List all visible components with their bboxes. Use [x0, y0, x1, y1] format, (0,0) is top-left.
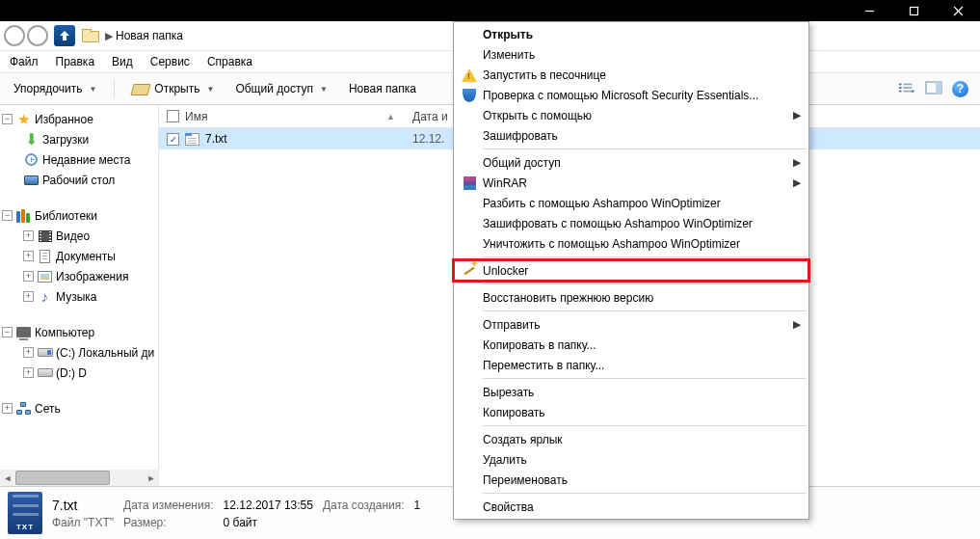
desktop-icon — [23, 173, 40, 187]
tree-video[interactable]: + Видео — [0, 226, 158, 246]
dropdown-arrow-icon: ▼ — [206, 85, 214, 94]
ctx-winrar[interactable]: WinRAR▶ — [454, 173, 808, 193]
tree-label: Компьютер — [35, 326, 94, 339]
help-button[interactable]: ? — [952, 81, 968, 97]
ctx-ashampoo-split[interactable]: Разбить с помощью Ashampoo WinOptimizer — [454, 193, 808, 213]
ctx-mse-scan[interactable]: Проверка с помощью Microsoft Security Es… — [454, 85, 808, 105]
star-icon: ★ — [15, 112, 32, 126]
select-all-checkbox[interactable] — [167, 110, 179, 122]
computer-icon — [15, 325, 32, 339]
svg-rect-5 — [899, 87, 902, 89]
scroll-left-icon[interactable]: ◄ — [0, 473, 15, 483]
ctx-sandbox[interactable]: Запустить в песочнице — [454, 65, 808, 85]
ctx-ashampoo-shred[interactable]: Уничтожить с помощью Ashampoo WinOptimiz… — [454, 233, 808, 254]
ctx-send-to[interactable]: Отправить▶ — [454, 314, 808, 335]
tree-desktop[interactable]: Рабочий стол — [0, 170, 158, 190]
expand-icon[interactable]: + — [2, 403, 13, 414]
menu-service[interactable]: Сервис — [150, 55, 190, 68]
ctx-separator — [483, 256, 807, 257]
ctx-open-with[interactable]: Открыть с помощью▶ — [454, 105, 808, 125]
svg-rect-4 — [899, 83, 902, 85]
breadcrumb-location[interactable]: Новая папка — [116, 29, 183, 42]
tree-downloads[interactable]: ⬇ Загрузки — [0, 129, 158, 149]
svg-rect-7 — [903, 83, 912, 85]
scroll-thumb[interactable] — [15, 471, 110, 485]
ctx-rename[interactable]: Переименовать — [454, 470, 808, 490]
network-icon — [15, 401, 32, 416]
organize-button[interactable]: Упорядочить ▼ — [6, 80, 104, 97]
document-icon — [37, 249, 53, 263]
menu-file[interactable]: Файл — [10, 55, 39, 68]
ctx-open[interactable]: Открыть — [454, 24, 808, 44]
expand-icon[interactable]: + — [23, 251, 34, 261]
ctx-cut[interactable]: Вырезать — [454, 382, 808, 402]
view-options-button[interactable] — [898, 81, 915, 97]
download-icon: ⬇ — [23, 132, 40, 147]
collapse-icon[interactable]: − — [2, 114, 13, 124]
open-button[interactable]: Открыть ▼ — [124, 80, 222, 97]
ctx-unlocker[interactable]: Unlocker — [454, 260, 808, 281]
minimize-button[interactable] — [847, 0, 891, 21]
ctx-shortcut[interactable]: Создать ярлык — [454, 429, 808, 449]
file-type-icon: TXT — [8, 492, 42, 534]
close-button[interactable] — [936, 0, 980, 21]
ctx-move-to[interactable]: Переместить в папку... — [454, 355, 808, 375]
svg-rect-1 — [910, 7, 917, 14]
details-mod-value: 12.12.2017 13:55 — [224, 499, 313, 512]
library-icon — [15, 208, 32, 223]
ctx-sharing[interactable]: Общий доступ▶ — [454, 152, 808, 173]
tree-label: Библиотеки — [35, 209, 97, 223]
tree-network[interactable]: + Сеть — [0, 398, 158, 418]
collapse-icon[interactable]: − — [2, 327, 13, 337]
ctx-delete[interactable]: Удалить — [454, 449, 808, 470]
menu-view[interactable]: Вид — [112, 55, 133, 68]
tree-libraries[interactable]: − Библиотеки — [0, 205, 158, 226]
window-titlebar — [0, 0, 980, 21]
tree-music[interactable]: + ♪ Музыка — [0, 286, 158, 307]
collapse-icon[interactable]: − — [2, 210, 13, 221]
clock-icon — [23, 152, 40, 167]
tree-drive-c[interactable]: + (C:) Локальный ди — [0, 342, 158, 363]
file-date: 12.12. — [412, 132, 444, 146]
tree-recent[interactable]: Недавние места — [0, 149, 158, 170]
tree-pictures[interactable]: + Изображения — [0, 266, 158, 286]
nav-forward-button[interactable] — [27, 25, 48, 46]
tree-documents[interactable]: + Документы — [0, 246, 158, 266]
ctx-edit[interactable]: Изменить — [454, 44, 808, 65]
ctx-ashampoo-encrypt[interactable]: Зашифровать с помощью Ashampoo WinOptimi… — [454, 213, 808, 233]
ctx-copy-to[interactable]: Копировать в папку... — [454, 335, 808, 355]
column-name[interactable]: Имя ▲ — [167, 110, 412, 123]
tree-computer[interactable]: − Компьютер — [0, 322, 158, 342]
maximize-button[interactable] — [891, 0, 936, 21]
tree-favorites[interactable]: − ★ Избранное — [0, 109, 158, 129]
expand-icon[interactable]: + — [23, 367, 34, 378]
ctx-encrypt[interactable]: Зашифровать — [454, 125, 808, 146]
preview-pane-button[interactable] — [925, 81, 942, 97]
ctx-copy[interactable]: Копировать — [454, 402, 808, 422]
dropdown-arrow-icon: ▼ — [89, 85, 96, 94]
nav-back-button[interactable] — [4, 25, 25, 46]
ctx-properties[interactable]: Свойства — [454, 497, 808, 517]
ctx-separator — [483, 493, 807, 494]
share-button[interactable]: Общий доступ ▼ — [227, 80, 335, 97]
tree-drive-d[interactable]: + (D:) D — [0, 363, 158, 383]
menu-help[interactable]: Справка — [207, 55, 252, 68]
tree-label: Сеть — [35, 402, 61, 416]
ctx-separator — [483, 283, 807, 284]
new-folder-button[interactable]: Новая папка — [341, 80, 424, 97]
expand-icon[interactable]: + — [23, 347, 34, 358]
menu-edit[interactable]: Правка — [56, 55, 95, 68]
dropdown-arrow-icon: ▼ — [320, 85, 328, 94]
tree-scrollbar[interactable]: ◄ ► — [0, 470, 159, 486]
ctx-restore[interactable]: Восстановить прежнюю версию — [454, 287, 808, 308]
toolbar-separator — [114, 79, 115, 98]
scroll-right-icon[interactable]: ► — [144, 473, 159, 483]
folder-icon — [82, 29, 99, 42]
expand-icon[interactable]: + — [23, 230, 34, 241]
navigation-tree: − ★ Избранное ⬇ Загрузки Недавние места … — [0, 105, 159, 486]
expand-icon[interactable]: + — [23, 291, 34, 302]
details-created-value: 1 — [414, 499, 421, 512]
row-checkbox[interactable]: ✓ — [167, 133, 179, 146]
file-name: 7.txt — [205, 132, 227, 146]
expand-icon[interactable]: + — [23, 271, 34, 282]
